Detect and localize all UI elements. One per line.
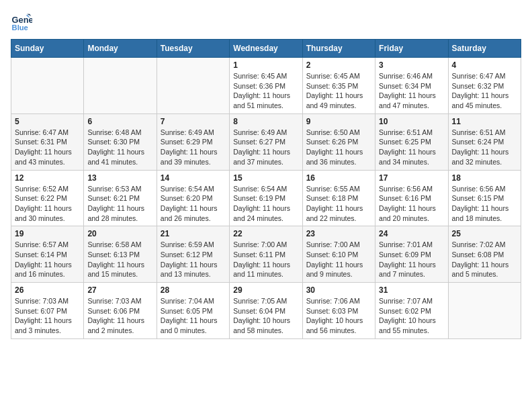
day-number: 21 (161, 229, 226, 238)
calendar-week-row: 12Sunrise: 6:52 AM Sunset: 6:22 PM Dayli… (11, 170, 521, 226)
calendar-cell: 15Sunrise: 6:54 AM Sunset: 6:19 PM Dayli… (230, 170, 302, 226)
calendar-cell: 29Sunrise: 7:05 AM Sunset: 6:04 PM Dayli… (230, 283, 302, 339)
day-number: 1 (233, 60, 298, 70)
day-number: 4 (452, 60, 517, 70)
day-info: Sunrise: 6:45 AM Sunset: 6:35 PM Dayligh… (306, 71, 371, 111)
calendar-cell: 17Sunrise: 6:56 AM Sunset: 6:16 PM Dayli… (375, 170, 448, 226)
calendar-cell: 19Sunrise: 6:57 AM Sunset: 6:14 PM Dayli… (11, 226, 84, 283)
day-info: Sunrise: 6:47 AM Sunset: 6:32 PM Dayligh… (452, 71, 517, 111)
calendar-cell: 8Sunrise: 6:49 AM Sunset: 6:27 PM Daylig… (230, 113, 302, 170)
logo-icon: General Blue (11, 11, 32, 32)
day-number: 8 (233, 117, 298, 126)
calendar-cell: 18Sunrise: 6:56 AM Sunset: 6:15 PM Dayli… (448, 170, 521, 226)
day-number: 30 (306, 285, 371, 295)
calendar-week-row: 19Sunrise: 6:57 AM Sunset: 6:14 PM Dayli… (11, 226, 521, 283)
day-number: 9 (306, 117, 371, 126)
day-info: Sunrise: 7:00 AM Sunset: 6:11 PM Dayligh… (233, 240, 298, 279)
weekday-header-friday: Friday (375, 40, 448, 58)
day-info: Sunrise: 6:46 AM Sunset: 6:34 PM Dayligh… (379, 71, 444, 111)
page-container: General Blue SundayMondayTuesdayWednesda… (0, 0, 532, 346)
calendar-week-row: 1Sunrise: 6:45 AM Sunset: 6:36 PM Daylig… (11, 58, 521, 114)
day-info: Sunrise: 7:03 AM Sunset: 6:07 PM Dayligh… (15, 296, 80, 336)
calendar-cell (448, 283, 521, 339)
day-info: Sunrise: 7:07 AM Sunset: 6:02 PM Dayligh… (379, 296, 444, 336)
day-number: 19 (15, 229, 80, 238)
calendar-cell: 9Sunrise: 6:50 AM Sunset: 6:26 PM Daylig… (302, 113, 375, 170)
day-number: 11 (452, 117, 517, 126)
day-number: 7 (161, 117, 226, 126)
day-number: 26 (15, 285, 80, 295)
calendar-cell: 5Sunrise: 6:47 AM Sunset: 6:31 PM Daylig… (11, 113, 84, 170)
day-number: 16 (306, 173, 371, 183)
calendar-cell: 28Sunrise: 7:04 AM Sunset: 6:05 PM Dayli… (157, 283, 229, 339)
calendar-cell: 25Sunrise: 7:02 AM Sunset: 6:08 PM Dayli… (448, 226, 521, 283)
calendar-cell: 6Sunrise: 6:48 AM Sunset: 6:30 PM Daylig… (84, 113, 157, 170)
calendar-cell (84, 58, 157, 114)
day-info: Sunrise: 7:02 AM Sunset: 6:08 PM Dayligh… (452, 240, 517, 279)
calendar-cell: 22Sunrise: 7:00 AM Sunset: 6:11 PM Dayli… (230, 226, 302, 283)
day-info: Sunrise: 7:03 AM Sunset: 6:06 PM Dayligh… (87, 296, 152, 336)
day-info: Sunrise: 6:51 AM Sunset: 6:25 PM Dayligh… (379, 128, 444, 167)
calendar-cell: 11Sunrise: 6:51 AM Sunset: 6:24 PM Dayli… (448, 113, 521, 170)
day-info: Sunrise: 6:49 AM Sunset: 6:27 PM Dayligh… (233, 128, 298, 167)
day-info: Sunrise: 6:54 AM Sunset: 6:20 PM Dayligh… (161, 184, 226, 224)
page-header: General Blue (11, 11, 521, 32)
day-number: 31 (379, 285, 444, 295)
day-info: Sunrise: 6:54 AM Sunset: 6:19 PM Dayligh… (233, 184, 298, 224)
weekday-header-sunday: Sunday (11, 40, 84, 58)
calendar-cell: 12Sunrise: 6:52 AM Sunset: 6:22 PM Dayli… (11, 170, 84, 226)
weekday-header-monday: Monday (84, 40, 157, 58)
day-number: 13 (87, 173, 152, 183)
day-number: 18 (452, 173, 517, 183)
day-number: 12 (15, 173, 80, 183)
day-number: 10 (379, 117, 444, 126)
calendar-cell: 16Sunrise: 6:55 AM Sunset: 6:18 PM Dayli… (302, 170, 375, 226)
day-number: 5 (15, 117, 80, 126)
day-info: Sunrise: 7:05 AM Sunset: 6:04 PM Dayligh… (233, 296, 298, 336)
day-number: 25 (452, 229, 517, 238)
calendar-cell: 3Sunrise: 6:46 AM Sunset: 6:34 PM Daylig… (375, 58, 448, 114)
weekday-header-saturday: Saturday (448, 40, 521, 58)
calendar-cell: 23Sunrise: 7:00 AM Sunset: 6:10 PM Dayli… (302, 226, 375, 283)
day-number: 24 (379, 229, 444, 238)
day-number: 27 (87, 285, 152, 295)
day-info: Sunrise: 6:50 AM Sunset: 6:26 PM Dayligh… (306, 128, 371, 167)
day-number: 14 (161, 173, 226, 183)
calendar-cell (11, 58, 84, 114)
day-info: Sunrise: 7:00 AM Sunset: 6:10 PM Dayligh… (306, 240, 371, 279)
day-info: Sunrise: 6:47 AM Sunset: 6:31 PM Dayligh… (15, 128, 80, 167)
day-number: 29 (233, 285, 298, 295)
day-info: Sunrise: 6:55 AM Sunset: 6:18 PM Dayligh… (306, 184, 371, 224)
day-number: 22 (233, 229, 298, 238)
calendar-cell: 13Sunrise: 6:53 AM Sunset: 6:21 PM Dayli… (84, 170, 157, 226)
day-number: 23 (306, 229, 371, 238)
day-number: 6 (87, 117, 152, 126)
weekday-header-thursday: Thursday (302, 40, 375, 58)
day-info: Sunrise: 7:01 AM Sunset: 6:09 PM Dayligh… (379, 240, 444, 279)
calendar-cell: 30Sunrise: 7:06 AM Sunset: 6:03 PM Dayli… (302, 283, 375, 339)
calendar-cell: 21Sunrise: 6:59 AM Sunset: 6:12 PM Dayli… (157, 226, 229, 283)
calendar-cell: 10Sunrise: 6:51 AM Sunset: 6:25 PM Dayli… (375, 113, 448, 170)
day-info: Sunrise: 7:06 AM Sunset: 6:03 PM Dayligh… (306, 296, 371, 336)
calendar-cell: 27Sunrise: 7:03 AM Sunset: 6:06 PM Dayli… (84, 283, 157, 339)
day-number: 3 (379, 60, 444, 70)
day-number: 17 (379, 173, 444, 183)
day-info: Sunrise: 6:48 AM Sunset: 6:30 PM Dayligh… (87, 128, 152, 167)
day-info: Sunrise: 6:52 AM Sunset: 6:22 PM Dayligh… (15, 184, 80, 224)
calendar-week-row: 5Sunrise: 6:47 AM Sunset: 6:31 PM Daylig… (11, 113, 521, 170)
day-info: Sunrise: 6:49 AM Sunset: 6:29 PM Dayligh… (161, 128, 226, 167)
weekday-header-tuesday: Tuesday (157, 40, 229, 58)
calendar-table: SundayMondayTuesdayWednesdayThursdayFrid… (11, 39, 521, 339)
calendar-cell: 26Sunrise: 7:03 AM Sunset: 6:07 PM Dayli… (11, 283, 84, 339)
calendar-cell: 31Sunrise: 7:07 AM Sunset: 6:02 PM Dayli… (375, 283, 448, 339)
day-info: Sunrise: 7:04 AM Sunset: 6:05 PM Dayligh… (161, 296, 226, 336)
weekday-header-wednesday: Wednesday (230, 40, 302, 58)
calendar-week-row: 26Sunrise: 7:03 AM Sunset: 6:07 PM Dayli… (11, 283, 521, 339)
svg-text:Blue: Blue (12, 24, 28, 32)
day-info: Sunrise: 6:45 AM Sunset: 6:36 PM Dayligh… (233, 71, 298, 111)
day-info: Sunrise: 6:59 AM Sunset: 6:12 PM Dayligh… (161, 240, 226, 279)
calendar-cell: 7Sunrise: 6:49 AM Sunset: 6:29 PM Daylig… (157, 113, 229, 170)
day-info: Sunrise: 6:58 AM Sunset: 6:13 PM Dayligh… (87, 240, 152, 279)
calendar-cell (157, 58, 229, 114)
day-info: Sunrise: 6:51 AM Sunset: 6:24 PM Dayligh… (452, 128, 517, 167)
